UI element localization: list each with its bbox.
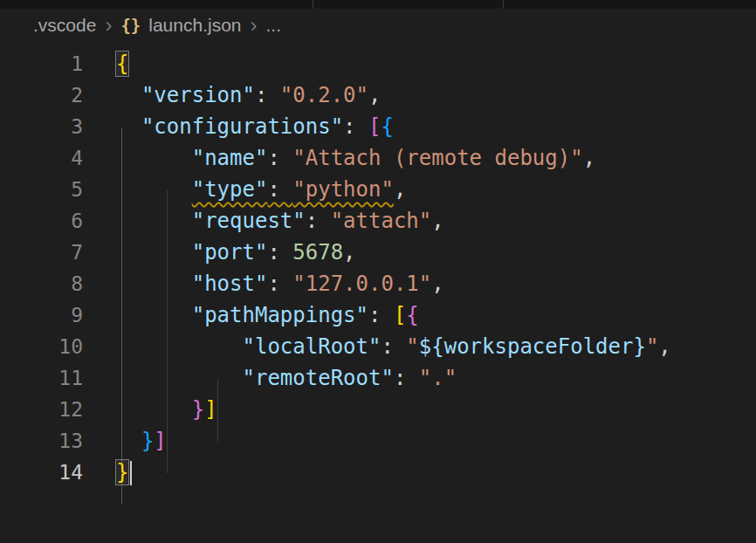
code-token: " — [646, 334, 658, 359]
code-line[interactable]: "pathMappings": [{ — [116, 299, 671, 331]
code-token: } — [141, 429, 154, 453]
code-token — [116, 303, 192, 327]
code-token: : — [381, 334, 406, 359]
code-token: : — [255, 83, 280, 107]
code-token — [116, 334, 243, 359]
code-line[interactable]: }] — [116, 394, 671, 425]
line-number[interactable]: 3 — [0, 111, 83, 142]
line-number[interactable]: 9 — [0, 299, 83, 331]
code-token: "python" — [292, 177, 394, 202]
code-token: "name" — [192, 146, 268, 170]
code-token: } — [192, 397, 204, 422]
line-number[interactable]: 5 — [0, 174, 83, 205]
code-token — [116, 272, 192, 296]
json-file-icon: {} — [120, 16, 141, 35]
line-number[interactable]: 13 — [0, 425, 83, 457]
code-token: ${workspaceFolder} — [419, 334, 646, 359]
gutter[interactable]: 1234567891011121314 — [0, 48, 83, 488]
code-token — [116, 366, 243, 390]
code-token — [116, 177, 192, 202]
tab-divider — [313, 0, 313, 9]
code-token: " — [406, 334, 418, 359]
code-line[interactable]: "type": "python", — [116, 174, 671, 205]
code-token: "localRoot" — [243, 334, 381, 359]
code-token: "version" — [141, 83, 255, 107]
code-line[interactable]: "request": "attach", — [116, 205, 671, 237]
code-token: : — [368, 303, 394, 327]
code-token: "0.2.0" — [280, 83, 368, 107]
matched-bracket: { — [116, 52, 128, 76]
code-token: "attach" — [331, 209, 432, 233]
chevron-right-icon: › — [105, 15, 112, 36]
code-line[interactable]: "remoteRoot": "." — [116, 362, 671, 394]
code-token: "Attach (remote debug)" — [292, 146, 582, 170]
line-number[interactable]: 6 — [0, 205, 83, 237]
code-token: , — [431, 272, 443, 296]
line-number[interactable]: 12 — [0, 394, 83, 425]
tab-divider — [503, 0, 504, 9]
matched-bracket: } — [116, 460, 128, 485]
code-token — [116, 146, 192, 170]
code-token — [116, 397, 192, 422]
line-number[interactable]: 7 — [0, 237, 83, 268]
code-token: [ — [394, 303, 406, 327]
breadcrumb: .vscode › {} launch.json › ... — [33, 10, 281, 40]
code-token: : — [267, 177, 292, 202]
code-token: ] — [154, 429, 166, 453]
code-token: , — [431, 209, 443, 233]
code-token: "host" — [192, 272, 268, 296]
code-token: "remoteRoot" — [243, 366, 394, 390]
line-number[interactable]: 10 — [0, 331, 83, 362]
code-token: ] — [204, 397, 216, 422]
line-number[interactable]: 2 — [0, 79, 83, 111]
breadcrumb-symbol-ellipsis[interactable]: ... — [266, 15, 282, 36]
code-token: { — [406, 303, 418, 327]
code-token — [116, 429, 141, 453]
text-cursor — [130, 461, 132, 485]
code-token — [116, 114, 141, 139]
code-token: "pathMappings" — [192, 303, 368, 327]
code-token: : — [343, 114, 368, 139]
code-token: 5678 — [292, 240, 343, 265]
chevron-right-icon: › — [251, 15, 258, 36]
code-token: "." — [419, 366, 457, 390]
code-token: : — [267, 240, 292, 265]
line-number[interactable]: 8 — [0, 268, 83, 299]
code-token: { — [381, 114, 393, 139]
code-line[interactable]: "name": "Attach (remote debug)", — [116, 142, 671, 174]
code-token: , — [394, 177, 406, 202]
code-token — [116, 240, 192, 265]
line-number[interactable]: 4 — [0, 142, 83, 174]
breadcrumb-folder[interactable]: .vscode — [33, 15, 96, 36]
code-token: "configurations" — [141, 114, 343, 139]
code-token — [116, 209, 192, 233]
code-token: , — [368, 83, 381, 107]
line-number[interactable]: 1 — [0, 48, 83, 79]
tab-bar — [0, 0, 756, 9]
code-token: "port" — [192, 240, 268, 265]
code-line[interactable]: "localRoot": "${workspaceFolder}", — [116, 331, 671, 362]
code-line[interactable]: "configurations": [{ — [116, 111, 671, 142]
code-token: : — [267, 272, 292, 296]
code-token: , — [343, 240, 355, 265]
code-token: : — [306, 209, 331, 233]
line-number[interactable]: 14 — [0, 457, 83, 488]
code-line[interactable]: } — [116, 457, 671, 488]
code-token: , — [583, 146, 595, 170]
code-token: : — [394, 366, 419, 390]
code-token: "request" — [192, 209, 306, 233]
code-token: "type" — [192, 177, 268, 202]
code-area[interactable]: { "version": "0.2.0", "configurations": … — [116, 48, 671, 488]
code-line[interactable]: "port": 5678, — [116, 237, 671, 268]
code-token: [ — [368, 114, 381, 139]
code-line[interactable]: "host": "127.0.0.1", — [116, 268, 671, 299]
code-line[interactable]: }] — [116, 425, 671, 457]
line-number[interactable]: 11 — [0, 362, 83, 394]
code-token — [116, 83, 141, 107]
code-token: "127.0.0.1" — [292, 272, 431, 296]
code-token: : — [267, 146, 292, 170]
code-token: , — [658, 334, 670, 359]
code-line[interactable]: "version": "0.2.0", — [116, 79, 671, 111]
code-line[interactable]: { — [116, 48, 671, 79]
breadcrumb-file[interactable]: launch.json — [148, 15, 241, 36]
